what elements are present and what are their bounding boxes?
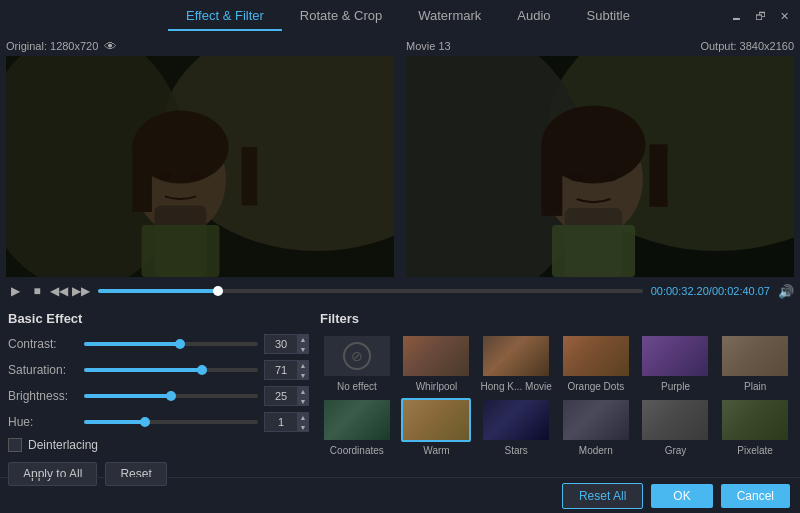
filter-gray-preview: [642, 400, 708, 440]
progress-fill: [98, 289, 218, 293]
filter-thumb-warm: [401, 398, 471, 442]
volume-icon[interactable]: 🔊: [778, 284, 794, 299]
eye-icon[interactable]: 👁: [104, 39, 117, 54]
hue-down[interactable]: ▼: [297, 422, 309, 432]
svg-rect-18: [649, 144, 667, 206]
saturation-input[interactable]: [265, 364, 297, 376]
contrast-up[interactable]: ▲: [297, 334, 309, 344]
reset-all-button[interactable]: Reset All: [562, 483, 643, 509]
filter-item-hongk-movie[interactable]: Hong K... Movie: [479, 334, 553, 392]
contrast-label: Contrast:: [8, 337, 78, 351]
saturation-row: Saturation: ▲ ▼: [8, 360, 308, 380]
filter-label-modern: Modern: [579, 445, 613, 456]
filter-warm-preview: [403, 400, 469, 440]
brightness-up[interactable]: ▲: [297, 386, 309, 396]
filter-item-stars[interactable]: Stars: [479, 398, 553, 456]
tab-effect-filter[interactable]: Effect & Filter: [168, 2, 282, 31]
svg-rect-10: [142, 225, 220, 277]
svg-rect-7: [242, 147, 258, 206]
original-label-text: Original: 1280x720: [6, 40, 98, 52]
brightness-label: Brightness:: [8, 389, 78, 403]
deinterlacing-checkbox[interactable]: [8, 438, 22, 452]
progress-bar[interactable]: [98, 289, 643, 293]
filter-item-coordinates[interactable]: Coordinates: [320, 398, 394, 456]
tab-audio[interactable]: Audio: [499, 2, 568, 31]
filter-item-whirlpool[interactable]: Whirlpool: [400, 334, 474, 392]
output-video-frame: [406, 56, 794, 277]
brightness-fill: [84, 394, 171, 398]
filter-pixelate-preview: [722, 400, 788, 440]
time-display: 00:00:32.20/00:02:40.07: [651, 285, 770, 297]
filter-thumb-plain: [720, 334, 790, 378]
time-total: 00:02:40.07: [712, 285, 770, 297]
saturation-up[interactable]: ▲: [297, 360, 309, 370]
filter-item-no-effect[interactable]: ⊘ No effect: [320, 334, 394, 392]
cancel-button[interactable]: Cancel: [721, 484, 790, 508]
filter-item-modern[interactable]: Modern: [559, 398, 633, 456]
svg-rect-17: [542, 144, 563, 216]
filter-item-plain[interactable]: Plain: [718, 334, 792, 392]
tab-watermark[interactable]: Watermark: [400, 2, 499, 31]
hue-row: Hue: ▲ ▼: [8, 412, 308, 432]
main-content: Original: 1280x720 👁: [0, 32, 800, 513]
saturation-thumb[interactable]: [197, 365, 207, 375]
brightness-thumb[interactable]: [166, 391, 176, 401]
filter-item-purple[interactable]: Purple: [639, 334, 713, 392]
time-current: 00:00:32.20: [651, 285, 709, 297]
filter-item-pixelate[interactable]: Pixelate: [718, 398, 792, 456]
filter-thumb-hongk: [481, 334, 551, 378]
stop-button[interactable]: ■: [28, 282, 46, 300]
saturation-slider[interactable]: [84, 368, 258, 372]
contrast-thumb[interactable]: [175, 339, 185, 349]
tab-rotate-crop[interactable]: Rotate & Crop: [282, 2, 400, 31]
filter-item-orange-dots[interactable]: Orange Dots: [559, 334, 633, 392]
basic-effect-panel: Basic Effect Contrast: ▲ ▼ Satur: [8, 311, 308, 471]
minimize-button[interactable]: 🗕: [728, 8, 744, 24]
tab-subtitle[interactable]: Subtitle: [569, 2, 648, 31]
filter-label-stars: Stars: [504, 445, 527, 456]
filter-thumb-coordinates: [322, 398, 392, 442]
output-labels: Movie 13 Output: 3840x2160: [406, 36, 794, 56]
contrast-row: Contrast: ▲ ▼: [8, 334, 308, 354]
next-button[interactable]: ▶▶: [72, 282, 90, 300]
filter-hongk-preview: [483, 336, 549, 376]
footer: Reset All OK Cancel: [0, 477, 800, 513]
filter-stars-preview: [483, 400, 549, 440]
preview-right: Movie 13 Output: 3840x2160: [406, 36, 794, 277]
hue-input[interactable]: [265, 416, 297, 428]
prev-button[interactable]: ◀◀: [50, 282, 68, 300]
hue-up[interactable]: ▲: [297, 412, 309, 422]
filter-label-purple: Purple: [661, 381, 690, 392]
saturation-spinners: ▲ ▼: [297, 360, 309, 380]
filter-item-gray[interactable]: Gray: [639, 398, 713, 456]
filter-label-plain: Plain: [744, 381, 766, 392]
hue-thumb[interactable]: [140, 417, 150, 427]
contrast-slider[interactable]: [84, 342, 258, 346]
ok-button[interactable]: OK: [651, 484, 712, 508]
no-effect-circle: ⊘: [343, 342, 371, 370]
svg-point-9: [190, 172, 203, 180]
filter-thumb-gray: [640, 398, 710, 442]
svg-point-20: [603, 172, 619, 181]
filter-label-no-effect: No effect: [337, 381, 377, 392]
brightness-slider[interactable]: [84, 394, 258, 398]
maximize-button[interactable]: 🗗: [752, 8, 768, 24]
filter-plain-preview: [722, 336, 788, 376]
filter-label-whirlpool: Whirlpool: [416, 381, 458, 392]
output-label-text: Output: 3840x2160: [700, 40, 794, 52]
hue-slider[interactable]: [84, 420, 258, 424]
filters-section: Filters ⊘ No effect: [320, 311, 792, 471]
saturation-down[interactable]: ▼: [297, 370, 309, 380]
brightness-input[interactable]: [265, 390, 297, 402]
play-button[interactable]: ▶: [6, 282, 24, 300]
progress-thumb[interactable]: [213, 286, 223, 296]
brightness-down[interactable]: ▼: [297, 396, 309, 406]
close-button[interactable]: ✕: [776, 8, 792, 24]
filter-item-warm[interactable]: Warm: [400, 398, 474, 456]
contrast-input[interactable]: [265, 338, 297, 350]
basic-effect-title: Basic Effect: [8, 311, 308, 326]
contrast-down[interactable]: ▼: [297, 344, 309, 354]
filter-label-warm: Warm: [423, 445, 449, 456]
deinterlacing-row: Deinterlacing: [8, 438, 308, 452]
hue-spinners: ▲ ▼: [297, 412, 309, 432]
